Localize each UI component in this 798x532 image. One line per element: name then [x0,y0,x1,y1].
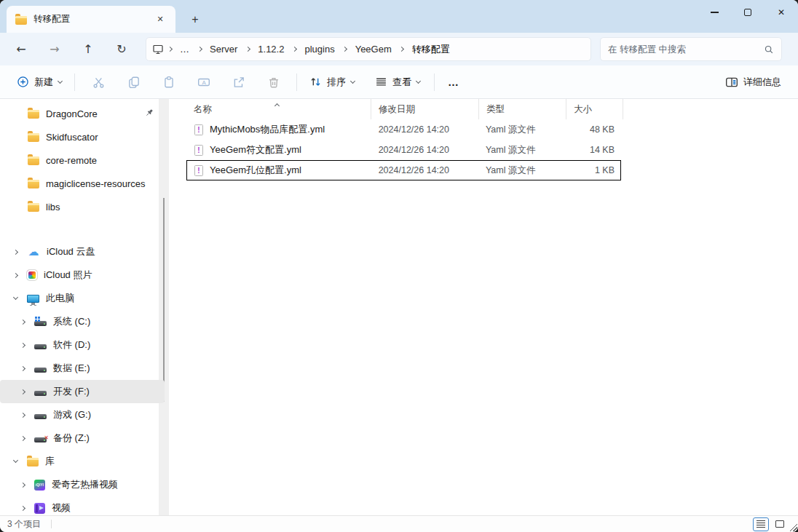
delete-button[interactable] [261,71,286,94]
sidebar-quick-item[interactable]: Skidfuscator [3,125,165,148]
yaml-file-icon [194,165,203,176]
breadcrumb-item[interactable]: plugins [300,41,339,57]
sidebar-item-label: 开发 (F:) [53,385,90,398]
breadcrumb-item[interactable]: YeeGem [351,41,396,57]
paste-icon [162,76,175,89]
sidebar-tree-item[interactable]: 此电脑 [3,287,165,310]
sidebar-quick-item[interactable]: DragonCore [3,102,165,125]
view-icon [375,76,387,88]
large-icons-view-toggle[interactable] [772,517,788,531]
minimize-button[interactable] [698,0,731,25]
file-row[interactable]: YeeGem符文配置.yml 2024/12/26 14:20 Yaml 源文件… [186,140,621,160]
file-row[interactable]: MythicMobs物品库配置.yml 2024/12/26 14:20 Yam… [186,119,621,140]
sidebar-tree-item[interactable]: 备份 (Z:) [3,426,165,450]
iqiyi-icon [34,480,45,491]
copy-button[interactable] [122,71,146,94]
sidebar-tree-item[interactable]: 视频 [3,496,165,515]
expand-chevron-icon[interactable] [17,390,28,394]
maximize-button[interactable] [731,0,765,25]
new-button[interactable]: 新建 [10,71,68,94]
forward-button[interactable]: → [42,37,67,62]
expand-chevron-icon[interactable] [17,344,28,347]
close-button[interactable]: ✕ [765,0,798,25]
sidebar-quick-item[interactable]: core-remote [3,148,165,172]
sidebar-quick-item[interactable]: libs [3,195,165,218]
expand-chevron-icon[interactable] [10,250,20,254]
sidebar-item-label: 库 [45,455,55,468]
tab-close-icon[interactable]: ✕ [152,12,168,28]
sidebar-tree-item[interactable]: 游戏 (G:) [3,403,165,426]
title-bar: 转移配置 ✕ + ✕ [0,0,798,33]
breadcrumb-ellipsis[interactable]: … [175,41,194,57]
more-options-button[interactable]: … [441,76,467,88]
chevron-down-icon [58,78,63,83]
new-tab-button[interactable]: + [184,9,206,30]
view-button[interactable]: 查看 [368,71,427,94]
sidebar-item-label: 游戏 (G:) [53,408,91,421]
breadcrumb-separator-icon [242,47,253,51]
this-pc-icon[interactable] [152,44,164,55]
cut-button[interactable] [87,71,111,94]
view-button-label: 查看 [392,76,411,89]
svg-text:A: A [202,79,206,85]
details-pane-icon [725,76,738,89]
sidebar-tree-item[interactable]: 数据 (E:) [3,357,165,380]
expand-chevron-icon[interactable] [17,367,28,370]
navigation-pane: DragonCore Skidfuscator [0,99,175,515]
back-button[interactable]: ← [9,37,33,62]
details-view-icon [756,520,765,528]
new-button-label: 新建 [34,76,53,89]
photos-icon [27,270,37,280]
sidebar-tree-item[interactable]: 开发 (F:) [0,380,165,403]
breadcrumb-item[interactable]: 转移配置 [408,41,454,58]
column-header-name[interactable]: 名称 [186,99,371,119]
refresh-button[interactable]: ↻ [109,37,134,62]
rename-button[interactable]: A [191,71,216,94]
sidebar-tree-item[interactable]: 系统 (C:) [3,310,165,333]
address-bar[interactable]: … Server 1.12.2 plugins YeeGem 转移配置 [146,37,591,61]
expand-chevron-icon[interactable] [17,413,28,417]
share-button[interactable] [226,71,251,94]
sidebar-section-gap [0,218,175,240]
column-header-date[interactable]: 修改日期 [371,99,479,119]
sidebar-tree-item[interactable]: 软件 (D:) [3,333,165,357]
status-bar: 3 个项目 [0,515,798,532]
minimize-icon [711,12,719,12]
file-size: 48 KB [565,124,620,135]
details-view-toggle[interactable] [753,517,769,531]
file-size: 14 KB [565,145,620,155]
sidebar-tree-item[interactable]: 爱奇艺热播视频 [3,473,165,496]
sidebar-tree-item[interactable]: 库 [3,450,165,473]
up-button[interactable]: ↑ [76,37,100,62]
resize-grip[interactable] [789,523,797,531]
expand-chevron-icon[interactable] [10,274,20,277]
column-header-size[interactable]: 大小 [566,99,623,119]
sidebar-item-label: iCloud 云盘 [47,245,95,258]
expand-chevron-icon[interactable] [17,437,28,440]
sidebar-item-label: Skidfuscator [46,132,98,143]
sidebar-item-label: 爱奇艺热播视频 [52,478,118,491]
breadcrumb-item[interactable]: 1.12.2 [253,41,288,57]
expand-chevron-icon[interactable] [17,507,28,510]
sidebar-quick-item[interactable]: magiclicense-resources [3,172,165,195]
expand-chevron-icon[interactable] [17,320,28,324]
breadcrumb-item[interactable]: Server [205,41,242,57]
file-row[interactable]: YeeGem孔位配置.yml 2024/12/26 14:20 Yaml 源文件… [186,160,621,180]
sort-button[interactable]: 排序 [303,71,361,94]
cut-icon [92,76,106,89]
rename-icon: A [197,76,210,89]
details-pane-button[interactable]: 详细信息 [719,71,788,94]
expand-chevron-icon[interactable] [10,461,20,462]
search-input[interactable] [608,44,764,55]
expand-chevron-icon[interactable] [10,298,20,299]
paste-button[interactable] [157,71,181,94]
sidebar-item-label: DragonCore [46,108,98,119]
search-box[interactable] [600,37,782,61]
file-type: Yaml 源文件 [478,144,565,156]
expand-chevron-icon[interactable] [17,483,28,487]
explorer-tab[interactable]: 转移配置 ✕ [7,6,175,33]
sidebar-tree-item[interactable]: ☁ iCloud 云盘 [3,240,165,263]
sidebar-item-label: 系统 (C:) [53,315,90,328]
column-header-type[interactable]: 类型 [479,99,566,119]
sidebar-tree-item[interactable]: iCloud 照片 [3,263,165,287]
